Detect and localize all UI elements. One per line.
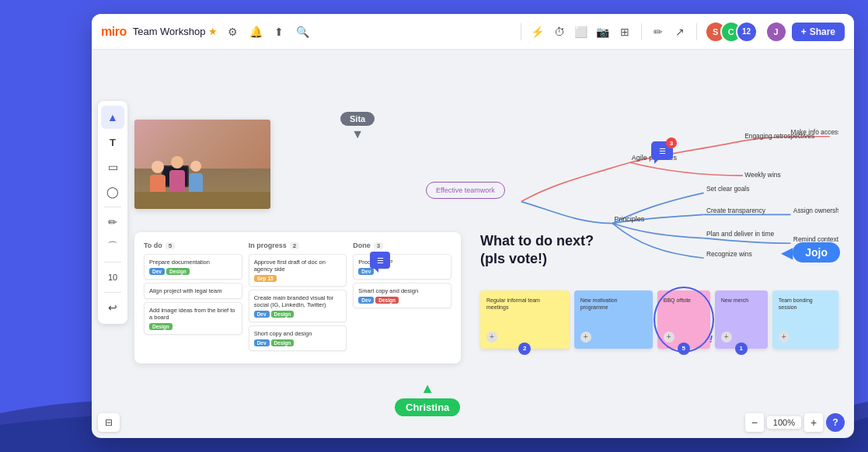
cursor-jojo-arrow: ◀	[781, 243, 793, 262]
toolbar-divider-3	[104, 292, 121, 293]
card-5-tags: Dev Design	[254, 311, 342, 318]
tag-dev-5: Dev	[254, 311, 270, 318]
vote-subtitle: (pls vote!)	[480, 251, 547, 266]
kanban-header-todo: To do 5	[144, 242, 242, 249]
cursor-sita: Sita ▼	[340, 112, 375, 141]
comment-bubble[interactable]: ☰	[370, 252, 390, 269]
topbar-right: ⚡ ⏱ ⬜ 📷 ⊞ ✏ ↗ S C 12 J + Share	[518, 21, 845, 43]
zoom-out-button[interactable]: −	[745, 413, 764, 432]
share-icon: +	[801, 26, 807, 37]
settings-icon[interactable]: ⚙	[224, 23, 241, 40]
vote-plus-5[interactable]: +	[779, 332, 790, 342]
svg-text:Principles: Principles	[614, 215, 644, 223]
undo-tool[interactable]: ↩	[101, 296, 124, 319]
sticky-notes-row: Regular informal team meetings + 2 New m…	[480, 290, 838, 349]
message-bubble[interactable]: ☰ 3	[651, 141, 673, 160]
card-1-tags: Dev Design	[149, 268, 237, 275]
vote-badge-1: 2	[518, 342, 531, 355]
vote-plus-1[interactable]: +	[486, 332, 497, 342]
vote-badge-3: 5	[678, 342, 690, 355]
sticky-note-3[interactable]: BBQ offsite + 5	[657, 290, 710, 349]
help-button[interactable]: ?	[826, 413, 845, 432]
sticky-4-text: New merch	[721, 297, 762, 304]
kanban-card-6[interactable]: Short copy and design Dev Design	[249, 325, 347, 351]
share-button[interactable]: + Share	[792, 23, 845, 41]
vote-badge-4: 1	[735, 342, 748, 355]
kanban-card-5[interactable]: Create main branded visual for social (I…	[249, 290, 347, 322]
cursor-sita-label: Sita	[340, 112, 375, 126]
cursor-jojo-label: Jojo	[793, 242, 840, 263]
col-inprogress-count: 2	[290, 242, 299, 249]
canvas-content: ▲ T ▭ ◯ ✏ ⌒ 10 ↩	[92, 50, 854, 438]
kanban-card-3[interactable]: Add image ideas from the brief to a boar…	[144, 302, 242, 335]
cursor-sita-arrow: ▼	[351, 127, 364, 141]
note-tool[interactable]: ▭	[101, 155, 124, 179]
panel-toggle-button[interactable]: ⊟	[98, 413, 120, 432]
svg-text:Set clear goals: Set clear goals	[706, 185, 749, 193]
card-6-tags: Dev Design	[254, 339, 342, 346]
star-icon[interactable]: ★	[208, 26, 218, 37]
sticky-note-4[interactable]: New merch + 1	[715, 290, 768, 349]
zoom-in-button[interactable]: +	[804, 413, 823, 432]
tag-sep: Sep 15	[254, 275, 277, 282]
board-title-text: Team Workshop	[133, 26, 206, 37]
zoom-level-display: 100%	[767, 416, 801, 429]
kanban-col-todo: To do 5 Prepare documentation Dev Design…	[144, 242, 242, 354]
bottom-bar: − 100% + ?	[745, 413, 845, 432]
lightning-icon[interactable]: ⚡	[529, 23, 546, 40]
shape-tool[interactable]: ◯	[101, 180, 124, 203]
pen-icon[interactable]: ✏	[650, 23, 667, 40]
board-title: Team Workshop ★	[133, 26, 218, 37]
card-8-tags: Dev Design	[358, 297, 446, 304]
grid-icon[interactable]: ⊞	[616, 23, 633, 40]
sticky-note-5[interactable]: Team bonding session +	[772, 290, 838, 349]
topbar: miro Team Workshop ★ ⚙ 🔔 ⬆ 🔍 ⚡ ⏱ ⬜ 📷 ⊞ ✏…	[92, 14, 854, 50]
svg-text:Make info accessible: Make info accessible	[790, 128, 838, 136]
svg-text:Create transparency: Create transparency	[706, 207, 766, 214]
text-tool[interactable]: T	[101, 130, 124, 154]
sticky-2-text: New motivation programme	[580, 297, 647, 311]
video-icon[interactable]: 📷	[594, 23, 612, 40]
card-3-text: Add image ideas from the brief to a boar…	[149, 307, 237, 321]
card-5-text: Create main branded visual for social (I…	[254, 294, 342, 308]
pen-tool[interactable]: ✏	[101, 210, 124, 234]
export-icon[interactable]: ⬆	[270, 23, 288, 40]
avatar-count[interactable]: 12	[736, 21, 758, 43]
connector-tool[interactable]: ⌒	[101, 235, 124, 259]
photo-placeholder	[134, 120, 270, 209]
topbar-left: miro Team Workshop ★ ⚙ 🔔 ⬆ 🔍	[101, 23, 518, 40]
col-inprogress-label: In progress	[249, 242, 287, 249]
vote-plus-3[interactable]: +	[664, 332, 675, 342]
timer-icon[interactable]: ⏱	[551, 23, 568, 40]
sticky-note-1[interactable]: Regular informal team meetings + 2	[480, 290, 570, 349]
tag-design-8: Design	[375, 297, 399, 304]
svg-text:Assign ownership: Assign ownership	[793, 207, 838, 214]
select-tool[interactable]: ▲	[101, 106, 124, 129]
vote-plus-2[interactable]: +	[580, 332, 591, 342]
tag-dev-6: Dev	[254, 339, 270, 346]
arrow-icon[interactable]: ↗	[671, 23, 688, 40]
search-icon[interactable]: 🔍	[294, 23, 311, 40]
vote-plus-4[interactable]: +	[721, 332, 732, 342]
mindmap-center-label: Effective teamwork	[436, 186, 495, 194]
user-avatar[interactable]: J	[765, 21, 787, 43]
sticky-note-2[interactable]: New motivation programme +	[574, 290, 653, 349]
tag-design-5: Design	[271, 311, 295, 318]
kanban-card-1[interactable]: Prepare documentation Dev Design	[144, 254, 242, 280]
tag-dev-8: Dev	[358, 297, 374, 304]
frame-icon[interactable]: ⬜	[573, 23, 590, 40]
tag-design-3: Design	[149, 323, 173, 330]
card-2-text: Align project with legal team	[149, 287, 237, 294]
col-todo-count: 5	[166, 242, 175, 249]
svg-text:Weekly wins: Weekly wins	[744, 171, 780, 179]
cursor-christina: ▲ Christina	[395, 381, 460, 416]
notification-icon[interactable]: 🔔	[247, 23, 264, 40]
card-3-tags: Design	[149, 323, 237, 330]
team-photo	[134, 120, 270, 209]
topbar-left-icons: ⚙ 🔔 ⬆ 🔍	[224, 23, 311, 40]
kanban-card-2[interactable]: Align project with legal team	[144, 283, 242, 299]
cursor-christina-label: Christina	[395, 398, 460, 416]
zoom-tool[interactable]: 10	[101, 266, 124, 289]
message-badge: 3	[666, 137, 677, 148]
tag-dev: Dev	[149, 268, 165, 275]
